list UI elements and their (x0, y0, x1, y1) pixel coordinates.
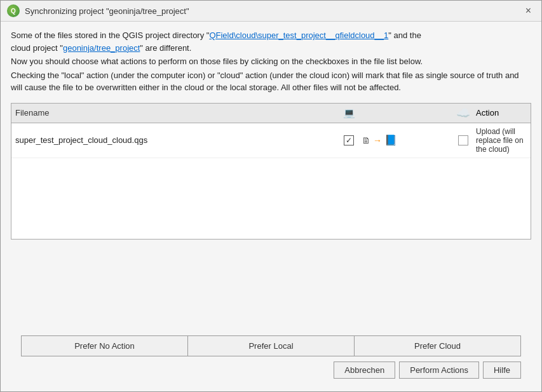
title-bar: Q Synchronizing project "geoninja/tree_p… (1, 1, 541, 22)
table-row: super_test_project_cloud_cloud.qgs ✓ 🗎 →… (11, 123, 531, 158)
col-header-action: Action (476, 108, 527, 118)
desc-cloud-prefix: cloud project " (11, 43, 63, 53)
file-doc-icon: 🗎 (362, 135, 370, 145)
app-icon: Q (7, 4, 20, 17)
desc-prefix: Some of the files stored in the QGIS pro… (11, 30, 209, 40)
desc-line-3: Checking the "local" action (under the c… (11, 69, 531, 94)
cloud-icon: ☁️ (456, 106, 470, 120)
cloud-checkbox[interactable] (451, 135, 476, 145)
table-body: super_test_project_cloud_cloud.qgs ✓ 🗎 →… (11, 123, 531, 158)
hilfe-button[interactable]: Hilfe (483, 362, 521, 379)
bottom-buttons: Prefer No Action Prefer Local Prefer Clo… (11, 330, 531, 384)
abbrechen-button[interactable]: Abbrechen (334, 362, 395, 379)
file-cloud-doc-icon: 📘 (384, 134, 397, 146)
dialog-title: Synchronizing project "geoninja/tree_pro… (25, 6, 189, 16)
description-block: Some of the files stored in the QGIS pro… (11, 29, 531, 95)
dialog-content: Some of the files stored in the QGIS pro… (1, 22, 541, 391)
desc-middle: " and the (388, 30, 421, 40)
desc-end: " are different. (140, 43, 191, 53)
action-buttons: Abbrechen Perform Actions Hilfe (21, 362, 521, 379)
title-bar-left: Q Synchronizing project "geoninja/tree_p… (7, 4, 189, 17)
table-header: Filename 💻 ☁️ Action (11, 104, 531, 123)
perform-actions-button[interactable]: Perform Actions (399, 362, 479, 379)
desc-line-1: Some of the files stored in the QGIS pro… (11, 29, 531, 54)
col-header-local-icon: 💻 (336, 107, 362, 119)
prefer-buttons: Prefer No Action Prefer Local Prefer Clo… (21, 335, 521, 356)
col-header-cloud-icon: ☁️ (451, 106, 476, 120)
arrow-right-icon: → (373, 135, 382, 145)
local-checkbox[interactable]: ✓ (336, 135, 362, 145)
action-cell: Upload (will replace file on the cloud) (476, 127, 527, 154)
laptop-icon: 💻 (343, 107, 355, 119)
local-checkbox-checked[interactable]: ✓ (344, 135, 354, 145)
file-icons-cell: 🗎 → 📘 (362, 134, 451, 146)
sync-dialog: Q Synchronizing project "geoninja/tree_p… (0, 0, 542, 392)
cloud-checkbox-empty[interactable] (458, 135, 468, 145)
filename-cell: super_test_project_cloud_cloud.qgs (15, 135, 336, 145)
cloud-project-link[interactable]: geoninja/tree_project (63, 43, 140, 53)
prefer-no-action-button[interactable]: Prefer No Action (21, 335, 188, 356)
local-path-link[interactable]: QField\cloud\super_test_project__qfieldc… (209, 30, 388, 40)
desc-line-2: Now you should choose what actions to pe… (11, 55, 531, 68)
prefer-cloud-button[interactable]: Prefer Cloud (354, 335, 521, 356)
file-table: Filename 💻 ☁️ Action super_test_project_… (11, 103, 531, 240)
prefer-local-button[interactable]: Prefer Local (187, 335, 355, 356)
col-header-filename: Filename (15, 108, 336, 118)
close-button[interactable]: × (522, 4, 535, 17)
